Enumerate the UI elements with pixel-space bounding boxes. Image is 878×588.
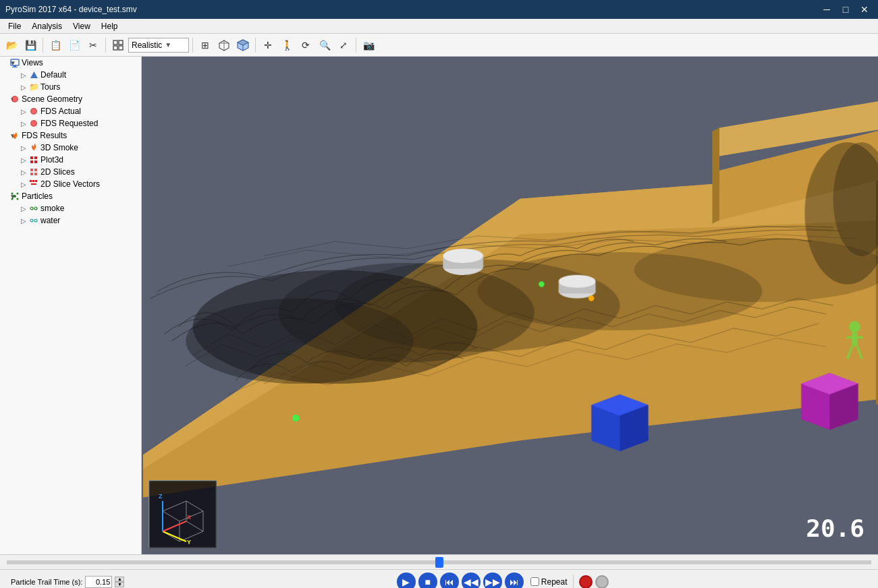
expand-3d-smoke[interactable]: ▷ xyxy=(19,144,28,152)
particle-trail-up[interactable]: ▲ xyxy=(115,577,124,582)
toolbar-open[interactable]: 📂 xyxy=(3,36,20,54)
repeat-control[interactable]: Repeat xyxy=(530,577,568,587)
toolbar-grid[interactable] xyxy=(109,36,127,54)
expand-scene-geometry[interactable]: ▼ xyxy=(0,96,9,103)
tree-item-default[interactable]: ▷ Default xyxy=(0,69,141,81)
controls-bar: Particle Trail Time (s): ▲ ▼ ▶ ■ ⏮ ◀◀ ▶▶… xyxy=(0,569,878,588)
tree-item-views[interactable]: ▼ Views xyxy=(0,57,141,69)
svg-rect-88 xyxy=(149,481,217,548)
particles-label: Particles xyxy=(22,192,141,201)
toolbar-rotate-view[interactable]: ⟳ xyxy=(297,36,314,54)
tree-item-fds-requested[interactable]: ▷ FDS Requested xyxy=(0,117,141,129)
tree-item-plot3d[interactable]: ▷ Plot3d xyxy=(0,154,141,166)
expand-views[interactable]: ▼ xyxy=(0,59,9,67)
toolbar-fit[interactable]: ⤢ xyxy=(335,36,352,54)
main-layout: ▼ Views ▷ Default ▷ 📁 Tours ▼ Scene Geom… xyxy=(0,57,878,554)
particle-trail-control: Particle Trail Time (s): ▲ ▼ xyxy=(5,575,130,589)
play-button[interactable]: ▶ xyxy=(397,572,416,589)
toolbar-zoom[interactable]: 🔍 xyxy=(316,36,333,54)
expand-fds-results[interactable]: ▼ xyxy=(0,132,9,140)
timeline-track[interactable] xyxy=(7,560,871,564)
particle-trail-input[interactable] xyxy=(85,576,112,588)
controls-sep xyxy=(573,575,574,589)
tree-item-smoke-particle[interactable]: ▷ smoke xyxy=(0,202,141,214)
tree-item-2d-slice-vectors[interactable]: ▷ 2D Slice Vectors xyxy=(0,178,141,190)
toolbar-render-grid[interactable]: ⊞ xyxy=(196,36,214,54)
playback-bar xyxy=(0,554,878,569)
sidebar: ▼ Views ▷ Default ▷ 📁 Tours ▼ Scene Geom… xyxy=(0,57,142,554)
particle-trail-spinner: ▲ ▼ xyxy=(115,577,124,587)
svg-rect-10 xyxy=(11,59,19,65)
expand-2d-slices[interactable]: ▷ xyxy=(19,169,28,176)
toolbar-camera[interactable]: 📷 xyxy=(360,36,377,54)
default-label: Default xyxy=(40,70,141,80)
tree-item-fds-results[interactable]: ▼ FDS Results xyxy=(0,129,141,142)
toolbar-sep2 xyxy=(105,38,106,53)
svg-rect-24 xyxy=(30,169,33,171)
svg-point-38 xyxy=(34,207,37,210)
svg-rect-3 xyxy=(119,46,123,50)
fds-requested-icon xyxy=(28,118,39,129)
expand-tours[interactable]: ▷ xyxy=(19,84,28,91)
record-button[interactable] xyxy=(579,575,593,589)
svg-rect-70 xyxy=(852,332,857,347)
menu-file[interactable]: File xyxy=(3,20,26,32)
tree-item-particles[interactable]: ▼ Particles xyxy=(0,190,141,202)
view-mode-label: Realistic xyxy=(132,40,162,50)
rewind-button[interactable]: ⏮ xyxy=(440,572,459,589)
svg-rect-23 xyxy=(34,160,37,163)
tree-item-3d-smoke[interactable]: ▷ 3D Smoke xyxy=(0,142,141,154)
view-mode-dropdown[interactable]: Realistic ▼ xyxy=(128,38,189,53)
particle-trail-down[interactable]: ▼ xyxy=(115,582,124,587)
window-controls: ─ □ ✕ xyxy=(819,3,873,16)
scene-view xyxy=(142,57,878,554)
tree-item-fds-actual[interactable]: ▷ FDS Actual xyxy=(0,105,141,117)
axes-indicator: Z Y X xyxy=(148,480,216,548)
dropdown-arrow: ▼ xyxy=(165,41,171,49)
toolbar-copy[interactable]: 📋 xyxy=(47,36,64,54)
expand-smoke-particle[interactable]: ▷ xyxy=(19,205,28,212)
viewport[interactable]: Z Y X 20.6 xyxy=(142,57,878,554)
toolbar-save[interactable]: 💾 xyxy=(22,36,39,54)
fds-actual-icon xyxy=(28,106,39,117)
record-stop-button[interactable] xyxy=(595,575,609,589)
expand-fds-requested[interactable]: ▷ xyxy=(19,120,28,127)
maximize-button[interactable]: □ xyxy=(838,3,854,16)
expand-water-particle[interactable]: ▷ xyxy=(19,217,28,225)
svg-point-36 xyxy=(17,198,19,200)
expand-default[interactable]: ▷ xyxy=(19,71,28,79)
stop-button[interactable]: ■ xyxy=(418,572,437,589)
2d-slices-icon xyxy=(28,167,39,177)
svg-point-33 xyxy=(11,193,13,195)
toolbar-cube[interactable] xyxy=(234,36,252,54)
3d-smoke-label: 3D Smoke xyxy=(40,143,141,152)
svg-text:X: X xyxy=(187,514,191,521)
menu-analysis[interactable]: Analysis xyxy=(26,20,67,32)
smoke-particle-label: smoke xyxy=(40,204,141,213)
tree-item-tours[interactable]: ▷ 📁 Tours xyxy=(0,81,141,93)
repeat-checkbox[interactable] xyxy=(530,577,539,586)
expand-plot3d[interactable]: ▷ xyxy=(19,156,28,164)
toolbar-move[interactable]: ✛ xyxy=(259,36,277,54)
expand-fds-actual[interactable]: ▷ xyxy=(19,108,28,115)
tree-item-2d-slices[interactable]: ▷ 2D Slices xyxy=(0,166,141,178)
timeline-thumb[interactable] xyxy=(435,557,443,568)
menu-view[interactable]: View xyxy=(67,20,96,32)
water-particle-label: water xyxy=(40,216,141,225)
menu-help[interactable]: Help xyxy=(96,20,124,32)
toolbar-cut[interactable]: ✂ xyxy=(84,36,102,54)
toolbar-walk[interactable]: 🚶 xyxy=(278,36,296,54)
toolbar-3d-box[interactable] xyxy=(215,36,233,54)
expand-particles[interactable]: ▼ xyxy=(0,193,9,200)
forward-button[interactable]: ▶▶ xyxy=(483,572,502,589)
close-button[interactable]: ✕ xyxy=(856,3,873,16)
svg-point-87 xyxy=(588,295,594,301)
tree-item-water-particle[interactable]: ▷ water xyxy=(0,214,141,227)
svg-text:Y: Y xyxy=(187,539,191,546)
end-button[interactable]: ⏭ xyxy=(505,572,524,589)
toolbar-paste[interactable]: 📄 xyxy=(65,36,83,54)
expand-2d-slice-vectors[interactable]: ▷ xyxy=(19,181,28,188)
minimize-button[interactable]: ─ xyxy=(819,3,835,16)
tree-item-scene-geometry[interactable]: ▼ Scene Geometry xyxy=(0,93,141,105)
back-button[interactable]: ◀◀ xyxy=(462,572,481,589)
